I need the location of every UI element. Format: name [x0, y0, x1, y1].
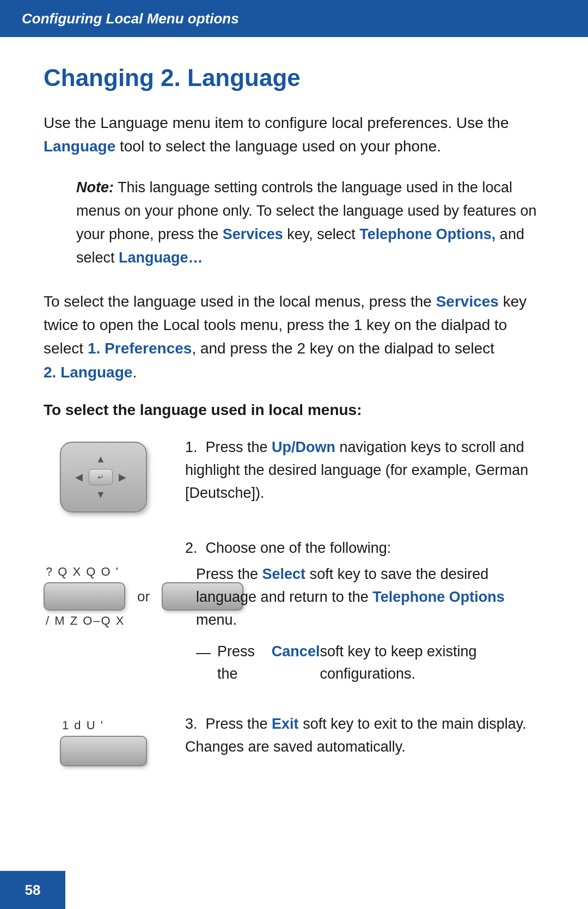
step-2-bullet-2: — Press the Cancel soft key to keep exis… [196, 640, 544, 686]
step-1-number: 1. [185, 439, 206, 455]
note-text-2: key, select [283, 226, 360, 242]
exit-button-image [60, 736, 147, 766]
header-bar: Configuring Local Menu options [0, 0, 588, 37]
subheading: To select the language used in local men… [44, 401, 544, 419]
cancel-link: Cancel [272, 640, 320, 663]
language-link-body: 2. Language [44, 364, 132, 381]
step-2-number: 2. Choose one of the following: [185, 540, 544, 557]
intro-paragraph: Use the Language menu item to configure … [44, 111, 544, 158]
step-1-text-1: Press the [206, 439, 272, 455]
intro-text-1: Use the Language menu item to configure … [44, 114, 509, 131]
select-button-image [44, 582, 125, 611]
bullet-1-text-3: menu. [196, 612, 237, 628]
step-1-row: ▲ ◀ ↵ ▶ ▼ 1. Press the Up/Down navigatio… [44, 436, 544, 513]
bullet-2-text-2: soft key to keep existing configurations… [320, 640, 544, 686]
nav-key-inner: ▲ ◀ ↵ ▶ ▼ [71, 452, 136, 503]
exit-link: Exit [272, 716, 299, 732]
step-3-number: 3. [185, 716, 206, 732]
body-text-4: . [132, 364, 137, 381]
chapter-title: Changing 2. Language [44, 64, 544, 91]
telephone-options-link-step2: Telephone Options [372, 589, 505, 605]
language-link-note: Language… [119, 249, 203, 266]
step-2-right: 2. Choose one of the following: Press th… [185, 540, 544, 686]
body-text-1: To select the language used in the local… [44, 293, 436, 310]
page-number: 58 [25, 882, 41, 899]
updown-link: Up/Down [272, 439, 335, 455]
header-title: Configuring Local Menu options [22, 10, 239, 27]
preferences-link-body: 1. Preferences [88, 340, 192, 357]
step-2-bullet-1: Press the Select soft key to save the de… [196, 563, 544, 632]
bullet-2-text-1: Press the [217, 640, 272, 686]
left-arrow-icon: ◀ [75, 471, 83, 483]
step-1-text: 1. Press the Up/Down navigation keys to … [185, 436, 544, 505]
language-link-1: Language [44, 138, 115, 155]
right-arrow-icon: ▶ [119, 471, 126, 483]
up-arrow-icon: ▲ [96, 454, 106, 465]
body-text-3: , and press the 2 key on the dialpad to … [192, 340, 494, 357]
step-2-buttons: ? Q X Q O ' or / M Z O–Q X [44, 565, 163, 631]
button2-label: / M Z O–Q X [46, 614, 125, 628]
bullet-1-text-1: Press the [196, 566, 262, 582]
step-3-button: 1 d U ' [60, 718, 147, 766]
nav-key-device: ▲ ◀ ↵ ▶ ▼ [60, 442, 147, 513]
or-text: or [137, 588, 150, 605]
services-link-note: Services [223, 226, 283, 242]
intro-text-2: tool to select the language used on your… [120, 138, 441, 155]
main-content: Changing 2. Language Use the Language me… [0, 37, 588, 837]
select-link: Select [262, 566, 306, 582]
steps-section: ▲ ◀ ↵ ▶ ▼ 1. Press the Up/Down navigatio… [44, 436, 544, 766]
center-button: ↵ [89, 469, 113, 485]
step-3-row: 1 d U ' 3. Press the Exit soft key to ex… [44, 713, 544, 766]
step-1-image: ▲ ◀ ↵ ▶ ▼ [44, 442, 163, 513]
step-3-text: 3. Press the Exit soft key to exit to th… [185, 713, 544, 759]
footer-bar: 58 [0, 871, 65, 909]
step-3-text-1: Press the [206, 716, 272, 732]
note-block: Note: This language setting controls the… [76, 176, 544, 270]
step-2-left: ? Q X Q O ' or / M Z O–Q X [44, 540, 163, 631]
step-2-intro: Choose one of the following: [206, 540, 391, 556]
body-paragraph: To select the language used in the local… [44, 290, 544, 385]
note-label: Note: [76, 179, 114, 196]
button1-label: ? Q X Q O ' [46, 565, 119, 579]
step-2-row: ? Q X Q O ' or / M Z O–Q X 2. Choose one… [44, 540, 544, 686]
services-link-body: Services [436, 293, 499, 310]
step-3-label: 1 d U ' [62, 718, 104, 733]
step-3-image-area: 1 d U ' [44, 718, 163, 766]
dash-icon: — [196, 642, 211, 664]
telephone-options-link-note: Telephone Options, [359, 226, 495, 242]
down-arrow-icon: ▼ [96, 489, 106, 501]
